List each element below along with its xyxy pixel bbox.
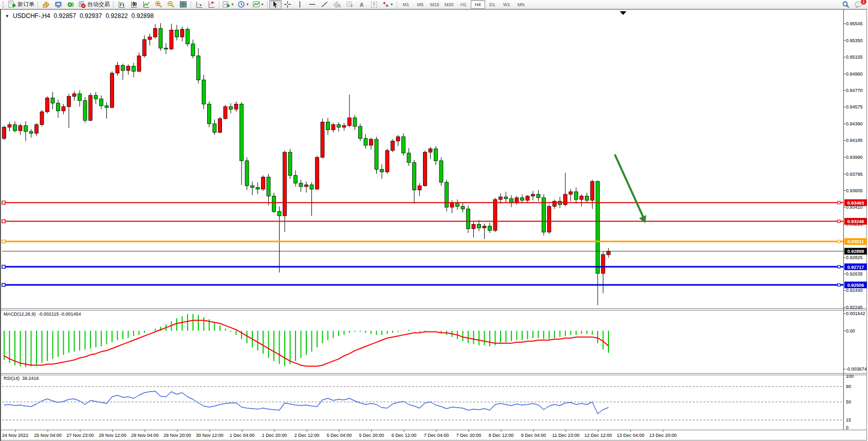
autotrading-icon: [78, 1, 86, 8]
zoom-in-button[interactable]: [152, 0, 164, 9]
svg-text:0.94185: 0.94185: [846, 138, 863, 143]
bar-chart-button[interactable]: [115, 0, 127, 9]
svg-text:0.92245: 0.92245: [846, 305, 863, 310]
separator: [267, 1, 268, 8]
svg-text:0.93011: 0.93011: [847, 239, 864, 244]
svg-text:2 Dec 12:00: 2 Dec 12:00: [294, 433, 320, 438]
new-chart-icon: [223, 1, 230, 8]
timeframe-h4[interactable]: H4: [471, 0, 485, 9]
text-tool-button[interactable]: A: [356, 0, 368, 9]
line-chart-button[interactable]: [140, 0, 152, 9]
collapse-triangle-icon[interactable]: ▼: [5, 14, 9, 19]
trendline-tool-button[interactable]: [319, 0, 331, 9]
timeframe-m5[interactable]: M5: [413, 0, 428, 9]
new-order-button[interactable]: 新订单: [7, 0, 36, 9]
svg-text:0.94770: 0.94770: [846, 88, 863, 93]
svg-text:27 Nov 23:00: 27 Nov 23:00: [66, 433, 94, 438]
svg-text:0.95545: 0.95545: [846, 21, 863, 26]
navigator-button[interactable]: [52, 0, 64, 9]
period-clock-button[interactable]: ▼: [236, 0, 251, 9]
ohlc-close: 0.92898: [132, 12, 154, 20]
chat-button[interactable]: 1: [852, 0, 864, 9]
timeframe-m1[interactable]: M1: [399, 0, 413, 9]
text-tool-icon: A: [360, 2, 364, 8]
channel-letter: E: [338, 4, 341, 8]
svg-text:12 Dec 12:00: 12 Dec 12:00: [584, 433, 612, 438]
toolbar-grip: [3, 2, 6, 8]
svg-text:5 Dec 04:00: 5 Dec 04:00: [327, 433, 352, 438]
fibonacci-tool-button[interactable]: F: [343, 0, 356, 9]
svg-text:0.94380: 0.94380: [846, 121, 863, 126]
chart-shift-icon: [208, 1, 215, 8]
new-chart-button[interactable]: ▼: [221, 0, 236, 9]
indicators-button[interactable]: ▼: [251, 0, 266, 9]
market-watch-button[interactable]: [40, 0, 52, 9]
candlestick-chart-button[interactable]: [127, 0, 140, 9]
notification-badge: 1: [860, 0, 867, 5]
macd-indicator-label: MACD(12,26,9) -0.002115 -0.001454: [4, 311, 81, 317]
ohlc-high: 0.92937: [80, 12, 102, 20]
svg-text:0.93246: 0.93246: [847, 219, 864, 224]
svg-text:0.95155: 0.95155: [846, 54, 863, 60]
rsi-indicator-label: RSI(14) 39.2416: [4, 376, 39, 381]
crosshair-icon: [284, 1, 291, 8]
rsi-name: RSI(14): [4, 376, 20, 381]
auto-scroll-icon: [195, 1, 203, 8]
autotrading-button[interactable]: 自动交易: [77, 0, 112, 9]
timeframe-h1[interactable]: H1: [456, 0, 471, 9]
vertical-line-tool-button[interactable]: [294, 0, 306, 9]
mt4-window: 新订单 自动交易: [0, 0, 868, 441]
macd-values: -0.002115 -0.001454: [39, 311, 81, 317]
svg-text:7 Dec 20:00: 7 Dec 20:00: [456, 433, 482, 438]
navigator-icon: [54, 1, 62, 8]
trendline-icon: [321, 1, 328, 8]
svg-text:0.001642: 0.001642: [846, 311, 865, 316]
channel-tool-button[interactable]: E: [331, 0, 343, 9]
search-button[interactable]: [840, 0, 852, 9]
text-label-tool-button[interactable]: T: [368, 0, 380, 9]
auto-scroll-button[interactable]: [193, 0, 205, 9]
candlestick-chart-icon: [130, 1, 138, 8]
svg-text:5 Dec 20:00: 5 Dec 20:00: [359, 433, 384, 438]
new-order-icon: [8, 1, 16, 8]
cursor-icon: [271, 1, 279, 8]
horizontal-line-tool-button[interactable]: [306, 0, 319, 9]
tile-windows-button[interactable]: [177, 0, 189, 9]
svg-text:29 Nov 20:00: 29 Nov 20:00: [163, 433, 191, 438]
timeframe-d1[interactable]: D1: [485, 0, 500, 9]
svg-text:0.92506: 0.92506: [847, 283, 864, 288]
svg-text:28 Nov 12:00: 28 Nov 12:00: [99, 433, 126, 438]
line-chart-icon: [142, 1, 150, 8]
zoom-out-button[interactable]: [164, 0, 177, 9]
chart-canvas[interactable]: 0.955450.953500.951550.949600.947700.945…: [0, 9, 868, 441]
svg-text:11 Dec 23:00: 11 Dec 23:00: [552, 433, 580, 438]
svg-text:9 Dec 04:00: 9 Dec 04:00: [521, 433, 546, 438]
svg-text:8 Dec 12:00: 8 Dec 12:00: [489, 433, 514, 438]
timeframe-m30[interactable]: M30: [442, 0, 456, 9]
clock-icon: [237, 1, 245, 8]
timeframe-mn[interactable]: MN: [514, 0, 528, 9]
svg-text:1 Dec 20:00: 1 Dec 20:00: [262, 433, 287, 438]
cursor-tool-button[interactable]: [269, 0, 282, 9]
tile-windows-icon: [179, 1, 187, 8]
signals-button[interactable]: [64, 0, 77, 9]
market-watch-icon: [42, 1, 50, 8]
bar-chart-icon: [118, 1, 125, 8]
svg-text:25 Nov 04:00: 25 Nov 04:00: [34, 433, 62, 438]
chart-window[interactable]: 0.955450.953500.951550.949600.947700.945…: [0, 9, 868, 441]
vertical-line-icon: [296, 1, 304, 8]
timeframe-m15[interactable]: M15: [428, 0, 442, 9]
svg-text:7 Dec 04:00: 7 Dec 04:00: [424, 433, 449, 438]
svg-text:29 Nov 04:00: 29 Nov 04:00: [131, 433, 159, 438]
fibonacci-letter: F: [351, 4, 353, 8]
chart-shift-button[interactable]: [205, 0, 217, 9]
ohlc-low: 0.92822: [105, 12, 127, 20]
arrows-tool-button[interactable]: ▼: [380, 0, 395, 9]
toolbar: 新订单 自动交易: [0, 0, 868, 9]
svg-text:0.94575: 0.94575: [846, 104, 863, 109]
crosshair-tool-button[interactable]: [282, 0, 294, 9]
svg-text:0.00: 0.00: [846, 328, 855, 334]
svg-text:0.92898: 0.92898: [847, 249, 864, 254]
timeframe-w1[interactable]: W1: [500, 0, 514, 9]
svg-text:0.92635: 0.92635: [846, 271, 863, 277]
